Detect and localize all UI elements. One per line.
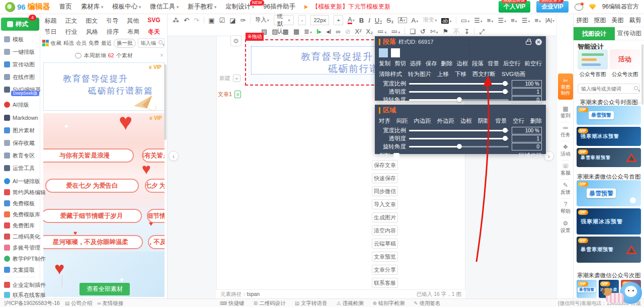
indent-icon[interactable]: ≡	[534, 17, 541, 24]
filter-selected[interactable]: 精选	[63, 40, 74, 47]
rotation-value[interactable]: 0	[512, 96, 542, 104]
title-pill[interactable]: 与你有关皆是浪漫	[43, 148, 134, 163]
action-background[interactable]: 背景	[488, 60, 499, 67]
paragraph-panel[interactable]: 段落 样式ID: 66917 ✕ 复制 剪切 选择 保存 删除 边框 段落 背景…	[375, 36, 546, 101]
align-justify-icon[interactable]: ≡	[511, 17, 517, 24]
refresh-batch-button[interactable]: 换一批	[114, 39, 136, 48]
image-gallery-icon[interactable]: ▨	[272, 28, 278, 35]
cat-other[interactable]: 其他	[127, 17, 139, 25]
check-doc-icon[interactable]: ☑	[219, 17, 225, 24]
clipboard-icon[interactable]: ❏	[410, 28, 416, 35]
tab-promo-gif[interactable]: 宣传动图	[615, 27, 644, 40]
sidebar-item-online-drawing[interactable]: 在线作图	[0, 72, 40, 82]
region-panel[interactable]: 区域 对齐 间距 内边距 外边距 边框 阴影 背景 空行 删除 宽度比例 100…	[375, 105, 546, 154]
magic-scissors-icon[interactable]: ✄	[430, 28, 438, 35]
tool-beautify[interactable]: 美图	[612, 16, 624, 25]
sidebar-item-ppt-making[interactable]: 教学PPT制作	[0, 254, 40, 264]
material-scrollbar[interactable]	[164, 64, 167, 140]
title-pill-partial[interactable]: 爱藏于细节情暖于岁月	[147, 209, 165, 223]
action-save[interactable]: 保存	[426, 60, 437, 67]
strikethrough-icon[interactable]: S	[386, 17, 393, 24]
action-copy[interactable]: 复制	[379, 60, 390, 67]
table-icon[interactable]: ▦	[293, 28, 299, 35]
canvas-settings-gear-icon[interactable]: ⚙	[230, 35, 242, 46]
width-ratio-value[interactable]: 100 %	[512, 127, 542, 134]
slider-knob[interactable]	[503, 136, 508, 141]
cat-guide[interactable]: 引导	[106, 17, 118, 25]
action-spacing[interactable]: 间距	[396, 117, 408, 125]
sidebar-item-image-material[interactable]: 图片素材	[0, 125, 40, 135]
unordered-list-icon[interactable]: ≕	[391, 28, 400, 35]
violation-check-link[interactable]: ⚠ 违规检测	[337, 300, 364, 307]
ordered-list-icon[interactable]: ≔	[377, 28, 386, 35]
sidebar-item-gif[interactable]: 宣传动图	[0, 59, 40, 69]
title-pill[interactable]: 爱藏于细节情暖于岁月	[43, 209, 142, 223]
clear-content-button[interactable]: 清空内容	[372, 225, 398, 236]
action-margin[interactable]: 外边距	[437, 117, 455, 125]
sidebar-item-ai-one-click[interactable]: AI一键排版	[0, 176, 40, 186]
cat-industry[interactable]: 行业	[65, 28, 77, 36]
sidebar-item-free-gallery[interactable]: 免费图库	[0, 220, 40, 231]
opacity-slider[interactable]	[409, 138, 509, 139]
close-icon[interactable]: ✕	[535, 39, 542, 45]
refresh-icon[interactable]: ↺	[420, 28, 426, 35]
opacity-value[interactable]: 1	[512, 135, 542, 142]
cover-thumbnail[interactable]: VIP 强寒潮冰冻预警	[577, 127, 641, 146]
action-blank-before[interactable]: 前空行	[524, 60, 542, 67]
align-right-icon[interactable]: ☰	[498, 17, 506, 24]
sidebar-item-operation-tools[interactable]: 运营工具	[0, 163, 40, 173]
font-size-value[interactable]: 22px	[310, 15, 329, 25]
paragraph-spacing-icon[interactable]: ≣	[304, 28, 312, 35]
gradient-dropdown[interactable]: 渐变	[423, 17, 437, 23]
action-svg-animation[interactable]: SVG动画	[502, 70, 525, 78]
rotation-value[interactable]: 0	[512, 143, 542, 150]
cat-festival[interactable]: 节日	[45, 28, 57, 36]
slider-knob[interactable]	[503, 128, 508, 133]
color-swatch-blue[interactable]	[379, 48, 388, 57]
sidebar-item-styles[interactable]: 样式 4	[1, 18, 39, 31]
rotation-slider[interactable]	[409, 99, 509, 101]
typo-check-link[interactable]: ⊗ 错别字检测	[372, 300, 405, 307]
align-left-icon[interactable]: ☰	[474, 17, 482, 24]
underline-icon[interactable]: U	[375, 17, 382, 24]
sync-wechat-button[interactable]: 同步微信	[372, 186, 398, 196]
subscript-icon[interactable]: X₂	[366, 28, 373, 35]
text-to-speech-link[interactable]: ▤ 文字转语音	[295, 300, 328, 307]
opacity-slider[interactable]	[409, 91, 509, 93]
cover-thumbnail[interactable]: VIP 暴雪寒潮预警	[577, 237, 641, 263]
official-account-label[interactable]: 96编辑器官方	[602, 3, 639, 11]
cat-svg[interactable]: SVG	[147, 17, 160, 25]
title-pill-partial[interactable]: 与你有关皆是浪漫	[142, 148, 165, 163]
sidebar-item-education[interactable]: 教育专区	[0, 150, 40, 161]
undo-icon[interactable]: ↶	[184, 17, 189, 24]
highlight-icon[interactable]: ab	[441, 17, 451, 24]
tool-crop[interactable]: 裁剪	[629, 16, 641, 25]
sidebar-item-copy-extract[interactable]: 文案提取	[0, 265, 40, 275]
action-delete[interactable]: 删除	[441, 60, 453, 67]
action-blank-line[interactable]: 空行	[513, 117, 524, 125]
action-delete[interactable]: 删除	[530, 117, 542, 125]
tool-collage[interactable]: 拼图	[577, 16, 589, 25]
filter-free[interactable]: 免费	[89, 40, 99, 47]
sidebar-item-multi-account[interactable]: 多账号管理	[0, 243, 40, 253]
nav-material-lib[interactable]: 素材库	[81, 3, 104, 11]
redo-icon[interactable]: ↷	[194, 17, 199, 24]
filter-member[interactable]: 会员	[76, 40, 87, 47]
announcement-link[interactable]: 【模板更新】下元节模板更新	[304, 3, 390, 11]
action-move-down[interactable]: 下移	[455, 70, 466, 78]
tab-find-image-design[interactable]: 找图设计	[574, 27, 615, 40]
cat-title[interactable]: 标题	[44, 17, 56, 25]
friend-links[interactable]: ∞ 友情链接	[97, 300, 123, 307]
slider-knob[interactable]	[503, 81, 508, 86]
material-card-romance-list[interactable]: ♛VIP ♥ ♥ ✦ ♥ ♥ 与你有关皆是浪漫 与你有关皆是浪漫 爱在七夕 为爱…	[43, 113, 165, 252]
font-family-select[interactable]: 系统默认▾	[274, 15, 294, 25]
design-search-input[interactable]	[578, 84, 640, 94]
qrcode-design-link[interactable]: ⊞ 二维码设计	[254, 300, 286, 307]
more-icon[interactable]: ⋯	[635, 272, 641, 279]
title-pill-partial[interactable]: 爱在七夕 为爱告白	[145, 179, 165, 193]
filter-favorites[interactable]: 收藏	[51, 40, 61, 47]
cover-thumbnail[interactable]: VIP 暴雪预警	[577, 180, 641, 206]
action-select[interactable]: 选择	[410, 60, 422, 67]
slider-knob[interactable]	[457, 144, 462, 149]
notice-close-icon[interactable]: ×	[160, 52, 164, 59]
